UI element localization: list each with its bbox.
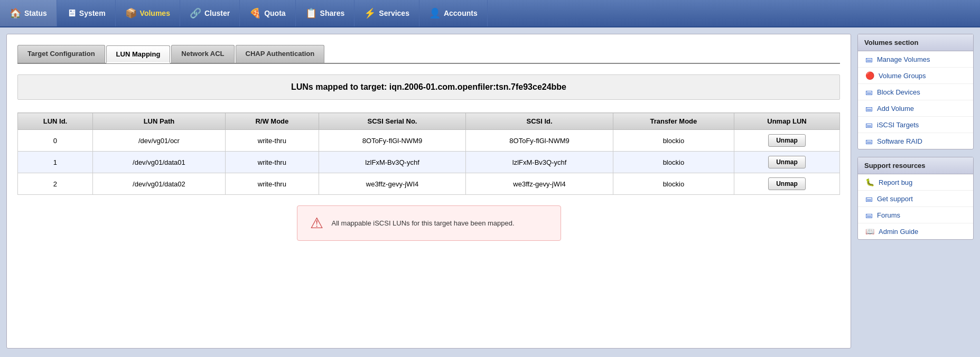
cell-transfer_mode-1: blockio bbox=[613, 152, 734, 173]
sidebar-link-label-iscsi-targets: iSCSI Targets bbox=[877, 121, 919, 129]
sidebar-link-admin-guide[interactable]: 📖Admin Guide bbox=[858, 223, 973, 239]
top-navigation: 🏠Status🖥System📦Volumes🔗Cluster🍕Quota📋Sha… bbox=[0, 0, 980, 27]
block-devices-icon: 🖴 bbox=[865, 88, 873, 96]
lun-table-header: LUN Id.LUN PathR/W ModeSCSI Serial No.SC… bbox=[18, 113, 840, 130]
cell-lun_id-0: 0 bbox=[18, 130, 93, 152]
cell-transfer_mode-2: blockio bbox=[613, 173, 734, 195]
unmap-button-0[interactable]: Unmap bbox=[768, 134, 806, 147]
sidebar-link-label-volume-groups: Volume Groups bbox=[879, 72, 926, 80]
sidebar-link-get-support[interactable]: 🖴Get support bbox=[858, 191, 973, 207]
tab-chap-auth[interactable]: CHAP Authentication bbox=[236, 45, 325, 63]
cell-scsi_serial-0: 8OToFy-flGl-NWM9 bbox=[319, 130, 466, 152]
lun-table-body: 0/dev/vg01/ocrwrite-thru8OToFy-flGl-NWM9… bbox=[18, 130, 840, 195]
alert-message: All mappable iSCSI LUNs for this target … bbox=[332, 219, 515, 227]
sidebar-link-iscsi-targets[interactable]: 🖴iSCSI Targets bbox=[858, 117, 973, 133]
nav-tab-label-volumes: Volumes bbox=[140, 9, 170, 17]
manage-volumes-icon: 🖴 bbox=[865, 55, 873, 63]
report-bug-icon: 🐛 bbox=[865, 178, 874, 186]
table-row: 1/dev/vg01/data01write-thrulzlFxM-Bv3Q-y… bbox=[18, 152, 840, 173]
sidebar-link-label-admin-guide: Admin Guide bbox=[879, 228, 918, 236]
get-support-icon: 🖴 bbox=[865, 194, 873, 203]
nav-tab-status[interactable]: 🏠Status bbox=[0, 0, 57, 26]
cell-rw_mode-1: write-thru bbox=[225, 152, 319, 173]
sidebar-link-software-raid[interactable]: 🖴Software RAID bbox=[858, 133, 973, 149]
volumes-icon: 📦 bbox=[125, 7, 137, 19]
nav-tab-volumes[interactable]: 📦Volumes bbox=[116, 0, 180, 26]
col-header-4: SCSI Id. bbox=[466, 113, 613, 130]
sidebar-link-report-bug[interactable]: 🐛Report bug bbox=[858, 174, 973, 191]
sidebar-link-label-add-volume: Add Volume bbox=[877, 105, 914, 112]
nav-tab-label-status: Status bbox=[24, 9, 47, 17]
nav-tab-services[interactable]: ⚡Services bbox=[354, 0, 419, 26]
col-header-2: R/W Mode bbox=[225, 113, 319, 130]
add-volume-icon: 🖴 bbox=[865, 104, 873, 112]
unmap-button-1[interactable]: Unmap bbox=[768, 156, 806, 168]
main-layout: Target ConfigurationLUN MappingNetwork A… bbox=[0, 27, 980, 355]
cell-scsi_id-0: 8OToFy-flGl-NWM9 bbox=[466, 130, 613, 152]
nav-tab-label-cluster: Cluster bbox=[204, 9, 230, 17]
cell-scsi_serial-2: we3ffz-gevy-jWI4 bbox=[319, 173, 466, 195]
alert-box: ⚠ All mappable iSCSI LUNs for this targe… bbox=[297, 205, 561, 241]
unmap-button-2[interactable]: Unmap bbox=[768, 177, 806, 190]
support-section: Support resources 🐛Report bug🖴Get suppor… bbox=[857, 157, 974, 240]
sidebar-link-label-forums: Forums bbox=[877, 211, 900, 219]
cell-lun_id-1: 1 bbox=[18, 152, 93, 173]
page-header: LUNs mapped to target: iqn.2006-01.com.o… bbox=[17, 74, 840, 100]
cell-lun_id-2: 2 bbox=[18, 173, 93, 195]
sidebar: Volumes section 🖴Manage Volumes🔴Volume G… bbox=[857, 34, 974, 349]
shares-icon: 📋 bbox=[305, 7, 317, 19]
nav-tab-quota[interactable]: 🍕Quota bbox=[240, 0, 295, 26]
col-header-5: Transfer Mode bbox=[613, 113, 734, 130]
sidebar-link-label-manage-volumes: Manage Volumes bbox=[877, 55, 930, 63]
iscsi-targets-icon: 🖴 bbox=[865, 120, 873, 129]
sidebar-link-volume-groups[interactable]: 🔴Volume Groups bbox=[858, 68, 973, 84]
nav-tab-label-system: System bbox=[79, 9, 106, 17]
nav-tab-label-quota: Quota bbox=[264, 9, 285, 17]
tab-bar: Target ConfigurationLUN MappingNetwork A… bbox=[17, 45, 840, 64]
cell-transfer_mode-0: blockio bbox=[613, 130, 734, 152]
sidebar-link-manage-volumes[interactable]: 🖴Manage Volumes bbox=[858, 51, 973, 68]
sidebar-link-label-software-raid: Software RAID bbox=[877, 137, 922, 145]
system-icon: 🖥 bbox=[67, 8, 76, 19]
sidebar-link-label-block-devices: Block Devices bbox=[877, 88, 920, 96]
volumes-links: 🖴Manage Volumes🔴Volume Groups🖴Block Devi… bbox=[858, 51, 973, 149]
nav-tab-accounts[interactable]: 👤Accounts bbox=[419, 0, 488, 26]
nav-tab-shares[interactable]: 📋Shares bbox=[296, 0, 355, 26]
forums-icon: 🖴 bbox=[865, 211, 873, 219]
cell-unmap-1: Unmap bbox=[734, 152, 839, 173]
quota-icon: 🍕 bbox=[249, 7, 261, 19]
tab-target-config[interactable]: Target Configuration bbox=[17, 45, 105, 63]
cell-scsi_serial-1: lzlFxM-Bv3Q-ychf bbox=[319, 152, 466, 173]
cell-rw_mode-2: write-thru bbox=[225, 173, 319, 195]
cell-lun_path-1: /dev/vg01/data01 bbox=[92, 152, 225, 173]
sidebar-link-block-devices[interactable]: 🖴Block Devices bbox=[858, 84, 973, 100]
services-icon: ⚡ bbox=[364, 7, 376, 19]
col-header-3: SCSI Serial No. bbox=[319, 113, 466, 130]
col-header-1: LUN Path bbox=[92, 113, 225, 130]
cluster-icon: 🔗 bbox=[190, 7, 201, 19]
nav-tab-cluster[interactable]: 🔗Cluster bbox=[180, 0, 240, 26]
support-section-title: Support resources bbox=[858, 157, 973, 174]
cell-lun_path-2: /dev/vg01/data02 bbox=[92, 173, 225, 195]
cell-scsi_id-1: lzlFxM-Bv3Q-ychf bbox=[466, 152, 613, 173]
table-row: 0/dev/vg01/ocrwrite-thru8OToFy-flGl-NWM9… bbox=[18, 130, 840, 152]
volume-groups-icon: 🔴 bbox=[865, 71, 874, 80]
volumes-section-title: Volumes section bbox=[858, 34, 973, 51]
sidebar-link-label-report-bug: Report bug bbox=[879, 178, 912, 186]
software-raid-icon: 🖴 bbox=[865, 137, 873, 145]
col-header-6: Unmap LUN bbox=[734, 113, 839, 130]
cell-lun_path-0: /dev/vg01/ocr bbox=[92, 130, 225, 152]
col-header-0: LUN Id. bbox=[18, 113, 93, 130]
cell-rw_mode-0: write-thru bbox=[225, 130, 319, 152]
cell-unmap-0: Unmap bbox=[734, 130, 839, 152]
lun-table: LUN Id.LUN PathR/W ModeSCSI Serial No.SC… bbox=[17, 112, 840, 195]
cell-unmap-2: Unmap bbox=[734, 173, 839, 195]
status-icon: 🏠 bbox=[10, 7, 21, 19]
tab-network-acl[interactable]: Network ACL bbox=[171, 45, 234, 63]
sidebar-link-add-volume[interactable]: 🖴Add Volume bbox=[858, 100, 973, 117]
nav-tab-system[interactable]: 🖥System bbox=[57, 0, 116, 26]
support-links: 🐛Report bug🖴Get support🖴Forums📖Admin Gui… bbox=[858, 174, 973, 239]
admin-guide-icon: 📖 bbox=[865, 227, 874, 236]
tab-lun-mapping[interactable]: LUN Mapping bbox=[106, 45, 171, 63]
sidebar-link-forums[interactable]: 🖴Forums bbox=[858, 207, 973, 223]
